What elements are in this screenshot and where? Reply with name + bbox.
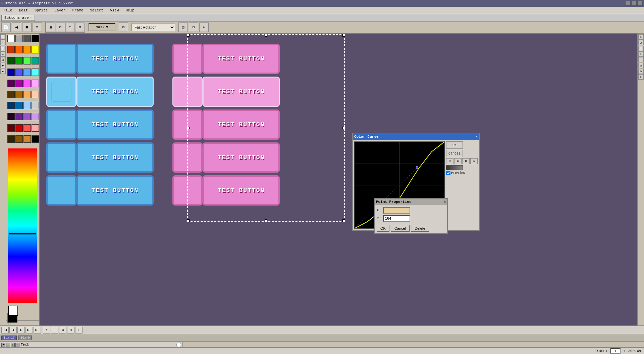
file-tab[interactable]: Buttons.ase ✕: [1, 15, 35, 21]
maximize-button[interactable]: □: [631, 1, 637, 6]
timeline-prev-frame[interactable]: ◀: [9, 327, 17, 334]
point-cancel-button[interactable]: Cancel: [391, 225, 410, 232]
swatch-lpurple[interactable]: [23, 113, 31, 120]
swatch-lblue[interactable]: [23, 69, 31, 76]
swatch-mbrown2[interactable]: [15, 135, 23, 143]
point-ok-button[interactable]: OK: [377, 225, 389, 232]
right-tool-4[interactable]: ✎: [638, 51, 644, 57]
swatch-brown[interactable]: [7, 91, 15, 98]
swatch-purple[interactable]: [7, 80, 15, 87]
right-tool-3[interactable]: ⬜: [638, 46, 644, 51]
tool-move[interactable]: ✦: [0, 40, 6, 45]
point-props-close-icon[interactable]: ✕: [444, 200, 446, 204]
preview-checkbox[interactable]: [446, 171, 450, 175]
tool-eraser[interactable]: ◻: [0, 57, 6, 62]
menu-view[interactable]: View: [108, 8, 121, 13]
right-tool-8[interactable]: ≡: [638, 74, 644, 80]
color-gradient[interactable]: [8, 148, 37, 303]
timeline-move-right[interactable]: ▷: [75, 327, 83, 334]
timeline-delete-frame[interactable]: -: [51, 327, 58, 334]
tool-fill[interactable]: ◆: [0, 63, 6, 68]
swatch-lbrown[interactable]: [23, 91, 31, 98]
swatch-black[interactable]: [32, 35, 39, 42]
swatch-vlpurple[interactable]: [32, 113, 39, 120]
right-tool-7[interactable]: ⊠: [638, 69, 644, 74]
tool-pencil[interactable]: ✏: [0, 51, 6, 57]
title-bar-buttons[interactable]: ─ □ ✕: [625, 1, 643, 6]
right-tool-5[interactable]: ⋯: [638, 57, 644, 62]
x-input[interactable]: [383, 207, 410, 214]
swatch-lbrown2[interactable]: [23, 135, 31, 143]
swatch-mblue2[interactable]: [15, 102, 23, 109]
track-text-type[interactable]: T: [11, 343, 15, 347]
swatch-dbrown2[interactable]: [7, 135, 15, 143]
tool-marquee[interactable]: ⬜: [0, 34, 6, 40]
track-text-visibility[interactable]: 👁: [1, 343, 5, 347]
flip-h-button[interactable]: ◫: [178, 23, 188, 32]
swatch-teal[interactable]: [32, 57, 39, 64]
swatch-mred[interactable]: [15, 124, 23, 132]
canvas-area[interactable]: TEST BUTTON TEST BUTTON TEST BUTTON: [40, 34, 637, 325]
tab-close-icon[interactable]: ✕: [30, 16, 32, 19]
swatch-dpurple[interactable]: [7, 113, 15, 120]
close-button[interactable]: ✕: [637, 1, 643, 6]
tool-eyedrop[interactable]: ✒: [0, 69, 6, 74]
swatch-tan[interactable]: [32, 91, 39, 98]
curve-cancel-button[interactable]: Cancel: [446, 150, 463, 157]
track-text-lock[interactable]: 🔒: [6, 343, 10, 347]
tool-lasso[interactable]: ⬜: [0, 46, 6, 51]
minimize-button[interactable]: ─: [625, 1, 631, 6]
stop-button[interactable]: ■: [22, 23, 32, 32]
point-properties-title-bar[interactable]: Point Properties ✕: [375, 199, 447, 205]
channel-b-button[interactable]: B: [462, 158, 470, 164]
swatch-slblue[interactable]: [23, 102, 31, 109]
color-curve-title-bar[interactable]: Color Curve ✕: [353, 133, 479, 140]
swatch-lgray2[interactable]: [32, 102, 39, 109]
swatch-dblue2[interactable]: [7, 102, 15, 109]
swatch-dgray[interactable]: [23, 35, 31, 42]
swatch-lorange[interactable]: [23, 46, 31, 53]
menu-sprite[interactable]: Sprite: [33, 8, 50, 13]
arrow-left-button[interactable]: ◀: [12, 23, 21, 32]
swatch-lpink[interactable]: [32, 80, 39, 87]
swatch-pink[interactable]: [23, 80, 31, 87]
channel-r-button[interactable]: R: [446, 158, 453, 164]
timeline-move-left[interactable]: ◁: [67, 327, 74, 334]
channel-g-button[interactable]: G: [454, 158, 462, 164]
rotate-cw-button[interactable]: ↻: [199, 23, 209, 32]
menu-edit[interactable]: Edit: [17, 8, 30, 13]
selection-handle-top-right[interactable]: [342, 34, 345, 37]
new-file-button[interactable]: 📄: [1, 23, 11, 32]
transform-btn4[interactable]: ⊠: [75, 23, 85, 32]
curve-ok-button[interactable]: OK: [446, 141, 463, 149]
point-delete-button[interactable]: Delete: [411, 225, 429, 232]
swatch-orange[interactable]: [15, 46, 23, 53]
menu-button[interactable]: ≡: [33, 23, 42, 32]
menu-layer[interactable]: Layer: [52, 8, 67, 13]
timeline-next-frame[interactable]: ▶|: [25, 327, 33, 334]
flip-v-button[interactable]: ⊟: [189, 23, 198, 32]
swatch-mgreen[interactable]: [15, 57, 23, 64]
grid-button[interactable]: ⊞: [119, 23, 128, 32]
menu-file[interactable]: File: [1, 8, 14, 13]
track-text-more[interactable]: •••: [15, 343, 19, 347]
swatch-vlred[interactable]: [32, 124, 39, 132]
swatch-cyan[interactable]: [32, 69, 39, 76]
swatch-yellow[interactable]: [32, 46, 39, 53]
y-input[interactable]: [383, 215, 410, 222]
menu-frame[interactable]: Frame: [70, 8, 85, 13]
swatch-lgray[interactable]: [15, 35, 23, 42]
swatch-magenta[interactable]: [15, 80, 23, 87]
menu-select[interactable]: Select: [88, 8, 105, 13]
swatch-red[interactable]: [7, 46, 15, 53]
rotation-mode-select[interactable]: Fast Rotation RotSprite: [131, 23, 175, 31]
right-tool-6[interactable]: ◻: [638, 63, 644, 68]
timeline-add-frame[interactable]: +: [43, 327, 50, 334]
color-curve-close-icon[interactable]: ✕: [476, 135, 478, 139]
timeline-first-frame[interactable]: |◀: [1, 327, 9, 334]
frame-input[interactable]: [610, 348, 621, 354]
selection-handle-top-left[interactable]: [187, 34, 190, 37]
selection-handle-top-middle[interactable]: [265, 34, 267, 37]
transform-btn1[interactable]: ▦: [46, 23, 55, 32]
swatch-dgreen[interactable]: [7, 57, 15, 64]
